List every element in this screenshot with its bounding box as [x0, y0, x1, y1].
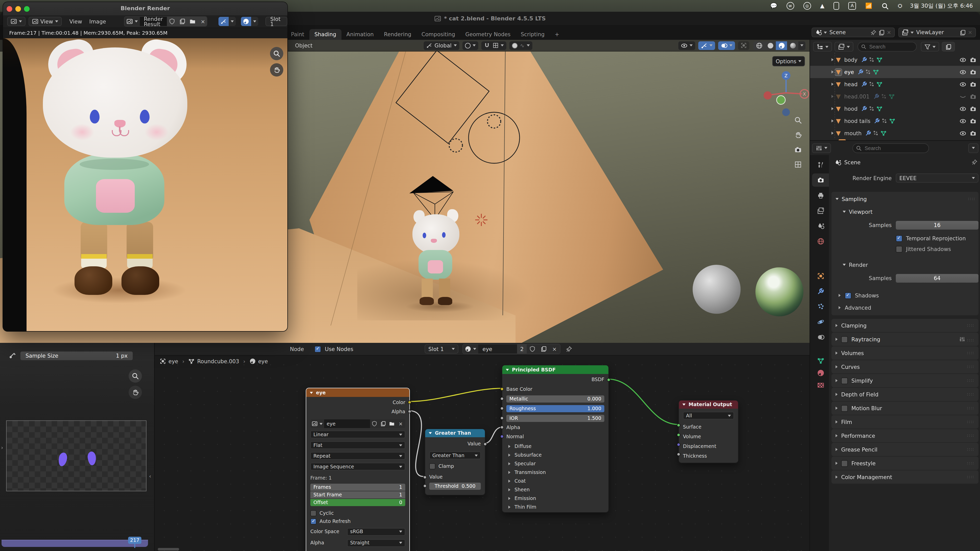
chat-status-icon[interactable]: 💬	[770, 3, 777, 9]
properties-search-input[interactable]	[864, 144, 922, 151]
alpha-input[interactable]: Alpha	[506, 424, 605, 431]
input-source-icon[interactable]: A	[848, 2, 856, 10]
tab-paint[interactable]: Paint	[286, 29, 309, 40]
snap-target-icon[interactable]	[492, 42, 498, 48]
new-viewlayer-icon[interactable]	[959, 29, 966, 35]
math-output[interactable]: Value	[429, 440, 481, 448]
unlink-icon[interactable]: ×	[197, 17, 207, 26]
phone-mirroring-icon[interactable]	[834, 2, 839, 10]
section-coat[interactable]: Coat	[514, 478, 526, 483]
shading-material-button[interactable]	[776, 41, 787, 50]
render-visibility-icon[interactable]	[970, 68, 977, 75]
section-diffuse[interactable]: Diffuse	[514, 444, 531, 449]
panel-depth-of-field[interactable]: Depth of Field::::	[832, 388, 978, 401]
zoom-in-button[interactable]	[129, 369, 142, 383]
offset-field[interactable]: Offset0	[310, 499, 405, 506]
render-zoom-button[interactable]	[270, 47, 283, 60]
panel-motion-blur[interactable]: Motion Blur::::	[832, 402, 978, 415]
remove-viewlayer-icon[interactable]: ×	[968, 30, 972, 35]
control-center-icon[interactable]: ⛭	[898, 3, 902, 9]
panel-simplify[interactable]: Simplify::::	[832, 374, 978, 387]
properties-options-dropdown[interactable]	[968, 143, 978, 153]
node-material-output[interactable]: Material Output All Surface Volume Displ…	[678, 400, 738, 463]
pan-button[interactable]	[129, 386, 142, 399]
render-slot-select[interactable]: Slot 1	[266, 17, 287, 26]
surface-input[interactable]: Surface	[683, 423, 734, 430]
unlink-scene-icon[interactable]: ×	[886, 30, 891, 35]
render-visibility-icon[interactable]	[970, 93, 977, 100]
eyedropper-icon[interactable]	[9, 352, 16, 359]
render-visibility-icon[interactable]	[970, 118, 977, 124]
use-nodes-checkbox[interactable]	[315, 346, 321, 352]
node-principled-bsdf[interactable]: Principled BSDF BSDF Base Color Metallic…	[502, 365, 609, 513]
sampling-render-subpanel[interactable]: Render	[849, 262, 868, 268]
threshold-field[interactable]: Threshold0.500	[429, 483, 481, 489]
tab-output[interactable]	[812, 189, 829, 202]
clamp-checkbox[interactable]	[429, 463, 435, 469]
tab-compositing[interactable]: Compositing	[417, 29, 460, 40]
cat-model-viewport[interactable]	[398, 167, 480, 315]
mode-select[interactable]: Object	[295, 43, 312, 48]
metallic-field[interactable]: Metallic0.000	[506, 395, 605, 402]
slot-select[interactable]: Slot 1	[425, 345, 458, 354]
viewport-zoom-icon[interactable]	[794, 116, 802, 124]
visibility-dropdown[interactable]	[678, 41, 695, 50]
pin-icon[interactable]	[870, 29, 877, 35]
outliner-display-mode[interactable]	[813, 42, 832, 52]
hide-icon[interactable]	[959, 81, 966, 87]
display-mode-select[interactable]: View	[29, 17, 62, 26]
pivot-select[interactable]	[462, 41, 478, 50]
tab-object[interactable]	[812, 269, 829, 283]
viewport-samples-field[interactable]: 16	[896, 221, 978, 229]
tab-animation[interactable]: Animation	[341, 29, 379, 40]
sampling-panel-header[interactable]: Sampling	[842, 197, 867, 202]
color-space-select[interactable]: sRGB	[347, 528, 405, 535]
auto-refresh-checkbox[interactable]	[310, 518, 317, 524]
hide-icon[interactable]	[959, 105, 966, 112]
node-greater-than[interactable]: Greater Than Value Greater Than Clamp Va…	[425, 429, 485, 495]
tab-material[interactable]	[812, 366, 829, 380]
navigation-gizmo[interactable]: Z X	[762, 68, 810, 119]
tab-physics[interactable]	[812, 315, 829, 329]
panel-volumes[interactable]: Volumes::::	[832, 346, 978, 360]
unlink-material-icon[interactable]: ×	[549, 345, 560, 354]
start-frame-field[interactable]: Start Frame1	[310, 491, 405, 498]
orientation-select[interactable]: Global	[424, 41, 459, 50]
fake-user-icon[interactable]	[527, 345, 538, 354]
render-visibility-icon[interactable]	[970, 81, 977, 87]
ior-field[interactable]: IOR1.500	[506, 414, 605, 422]
tab-tool[interactable]	[812, 158, 829, 171]
scene-selector[interactable]: Scene ×	[811, 27, 895, 37]
sample-size-slider[interactable]: Sample Size1 px	[21, 351, 133, 360]
hide-icon-closed[interactable]	[959, 93, 966, 100]
node-canvas[interactable]: eye› Roundcube.003› eye eye Color	[155, 355, 810, 551]
outliner-search[interactable]	[858, 42, 917, 52]
displacement-input[interactable]: Displacement	[683, 442, 734, 450]
shading-solid-button[interactable]	[765, 41, 776, 50]
hide-icon[interactable]	[959, 118, 966, 124]
operation-select[interactable]: Greater Than	[429, 451, 481, 459]
tab-render[interactable]	[812, 173, 829, 187]
triangle-status-icon[interactable]: ▲	[820, 3, 824, 9]
volume-input[interactable]: Volume	[683, 433, 734, 440]
shading-dropdown[interactable]	[798, 41, 805, 50]
bsdf-output[interactable]: BSDF	[506, 375, 605, 383]
source-select[interactable]: Image Sequence	[310, 463, 405, 470]
tab-texture[interactable]	[812, 379, 829, 392]
hide-icon[interactable]	[959, 68, 966, 75]
render-window[interactable]: Blender Render View View Image Render Re…	[3, 2, 287, 331]
pin-id-icon[interactable]	[971, 159, 977, 165]
render-result-datablock[interactable]: Render Result ×	[124, 16, 207, 27]
folder-icon[interactable]	[187, 17, 197, 26]
playhead[interactable]: 217	[128, 537, 142, 544]
copy-icon[interactable]	[177, 17, 187, 26]
new-collection-button[interactable]	[942, 42, 955, 52]
xray-toggle[interactable]	[738, 41, 749, 50]
jittered-shadows-checkbox[interactable]	[896, 246, 902, 252]
panel-raytracing[interactable]: Raytracing ::::	[832, 333, 978, 346]
render-samples-field[interactable]: 64	[896, 274, 978, 283]
outliner-search-input[interactable]	[868, 43, 913, 50]
viewlayer-selector[interactable]: ViewLayer ×	[898, 27, 976, 37]
projection-select[interactable]: Flat	[310, 441, 405, 449]
section-specular[interactable]: Specular	[514, 461, 536, 466]
